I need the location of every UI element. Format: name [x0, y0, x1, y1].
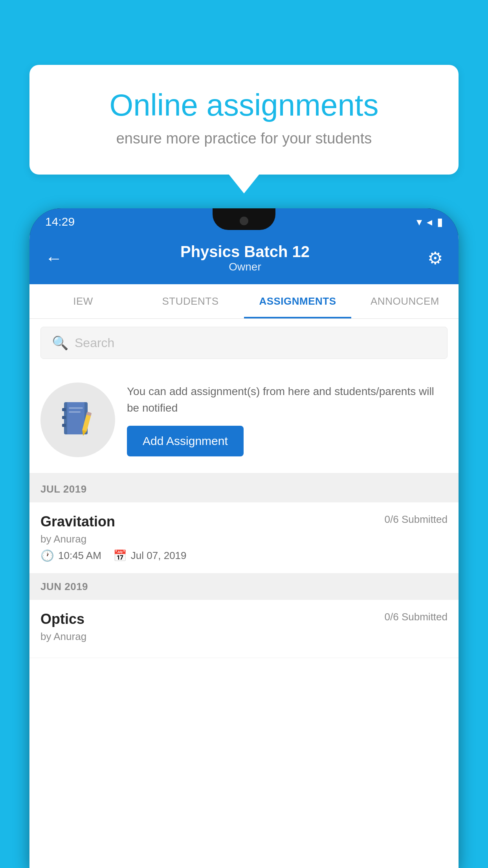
promo-icon-circle — [40, 383, 115, 457]
tab-assignments[interactable]: ASSIGNMENTS — [244, 284, 351, 318]
svg-rect-2 — [62, 408, 66, 411]
tab-announcements[interactable]: ANNOUNCEM — [351, 284, 459, 318]
status-bar: 14:29 ▾ ◂ ▮ — [29, 208, 459, 235]
speech-bubble-container: Online assignments ensure more practice … — [29, 65, 459, 175]
notch — [213, 208, 275, 230]
assignment-name-gravitation: Gravitation — [40, 513, 115, 530]
speech-bubble: Online assignments ensure more practice … — [29, 65, 459, 175]
svg-rect-6 — [69, 411, 81, 413]
tab-iew[interactable]: IEW — [29, 284, 137, 318]
assignment-name-optics: Optics — [40, 611, 84, 627]
phone-content: ← Physics Batch 12 Owner ⚙ IEW STUDENTS … — [29, 235, 459, 868]
assignment-time-value: 10:45 AM — [58, 550, 101, 562]
status-time: 14:29 — [45, 215, 75, 228]
assignment-date: 📅 Jul 07, 2019 — [113, 549, 187, 562]
header-title: Physics Batch 12 — [62, 243, 427, 261]
tab-students[interactable]: STUDENTS — [137, 284, 244, 318]
status-icons: ▾ ◂ ▮ — [416, 215, 443, 228]
promo-text-area: You can add assignment(s) from here and … — [127, 383, 448, 456]
assignment-by-gravitation: by Anurag — [40, 533, 448, 545]
wifi-icon: ▾ — [416, 215, 422, 228]
phone-frame: 14:29 ▾ ◂ ▮ ← Physics Batch 12 Owner ⚙ I… — [29, 208, 459, 868]
svg-rect-3 — [62, 416, 66, 419]
promo-description: You can add assignment(s) from here and … — [127, 383, 448, 416]
back-button[interactable]: ← — [45, 248, 62, 268]
bubble-title: Online assignments — [57, 88, 431, 122]
search-placeholder: Search — [75, 336, 114, 350]
add-assignment-button[interactable]: Add Assignment — [127, 426, 244, 456]
calendar-icon: 📅 — [113, 549, 127, 562]
section-header-jul: JUL 2019 — [29, 476, 459, 502]
assignment-top-row: Gravitation 0/6 Submitted — [40, 513, 448, 530]
settings-icon[interactable]: ⚙ — [427, 248, 443, 268]
assignment-submitted-gravitation: 0/6 Submitted — [385, 513, 448, 526]
clock-icon: 🕐 — [40, 549, 54, 562]
svg-rect-4 — [62, 424, 66, 427]
header-subtitle: Owner — [62, 261, 427, 273]
notebook-svg-icon — [60, 400, 95, 440]
assignment-submitted-optics: 0/6 Submitted — [385, 611, 448, 623]
assignment-gravitation[interactable]: Gravitation 0/6 Submitted by Anurag 🕐 10… — [29, 502, 459, 574]
header-title-group: Physics Batch 12 Owner — [62, 243, 427, 273]
assignment-promo: You can add assignment(s) from here and … — [29, 367, 459, 476]
app-header: ← Physics Batch 12 Owner ⚙ — [29, 235, 459, 284]
search-bar-container: 🔍 Search — [29, 319, 459, 367]
camera — [240, 217, 248, 225]
tabs-bar: IEW STUDENTS ASSIGNMENTS ANNOUNCEM — [29, 284, 459, 319]
svg-rect-5 — [69, 407, 83, 409]
assignment-meta-gravitation: 🕐 10:45 AM 📅 Jul 07, 2019 — [40, 549, 448, 562]
bubble-subtitle: ensure more practice for your students — [57, 130, 431, 147]
search-icon: 🔍 — [52, 335, 68, 351]
svg-rect-1 — [67, 402, 84, 434]
assignment-top-row-optics: Optics 0/6 Submitted — [40, 611, 448, 627]
assignment-optics[interactable]: Optics 0/6 Submitted by Anurag — [29, 600, 459, 658]
section-header-jun: JUN 2019 — [29, 574, 459, 600]
search-bar[interactable]: 🔍 Search — [40, 327, 448, 359]
battery-icon: ▮ — [437, 215, 443, 228]
assignment-by-optics: by Anurag — [40, 631, 448, 643]
signal-icon: ◂ — [427, 215, 432, 228]
assignment-date-value: Jul 07, 2019 — [131, 550, 187, 562]
assignment-time: 🕐 10:45 AM — [40, 549, 101, 562]
